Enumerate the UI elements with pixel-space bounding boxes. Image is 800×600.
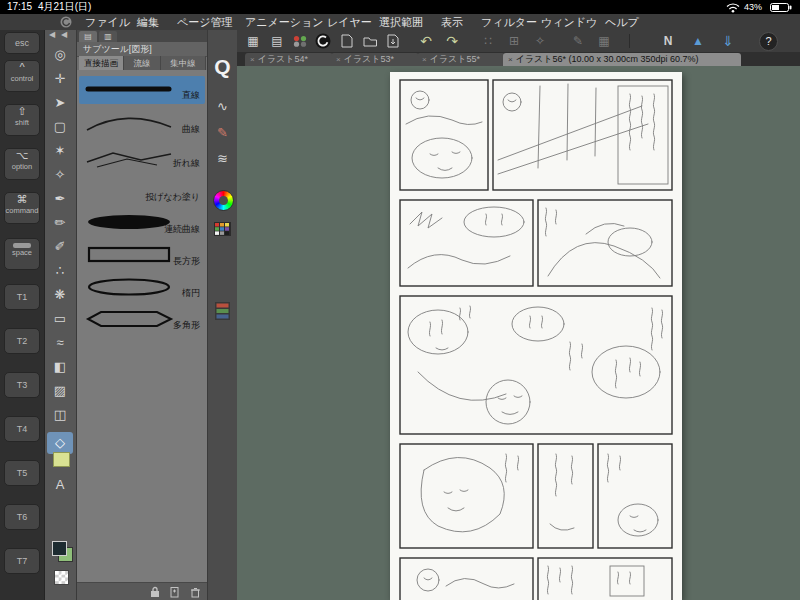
collapse-left-icon[interactable]: ◀: [49, 30, 55, 39]
curve-preview-icon: [83, 113, 175, 135]
subtool-tab-stream-lines[interactable]: 流線: [124, 56, 161, 70]
save-icon[interactable]: [387, 34, 399, 48]
clip-studio-logo-icon[interactable]: [60, 16, 72, 28]
symmetry-ruler-icon[interactable]: ▲: [687, 31, 709, 51]
snap-special-icon[interactable]: ⊞: [503, 31, 525, 51]
move-tool-icon[interactable]: ✛: [47, 68, 73, 90]
subtool-minitab-2[interactable]: ▥: [99, 31, 117, 42]
canvas-toolbar: ▦ ▤ ↶ ↷ ∷ ⊞ ✧ ✎ ▦ N ▲ ⇓ ?: [237, 30, 800, 53]
menu-edit[interactable]: 編集: [128, 14, 168, 30]
subtool-item-polyline[interactable]: 折れ線: [79, 144, 205, 172]
color-wheel-icon[interactable]: [213, 190, 234, 211]
frame-tool-icon[interactable]: ◫: [47, 404, 73, 426]
grid-toggle-icon[interactable]: ▦: [593, 31, 615, 51]
tab-close-icon[interactable]: ×: [250, 55, 255, 64]
subtool-tab-direct-draw[interactable]: 直接描画: [79, 56, 124, 70]
command-key[interactable]: ⌘ command: [4, 192, 40, 224]
straight-line-preview-icon: [83, 79, 175, 99]
ruler-n-icon[interactable]: N: [657, 31, 679, 51]
subtool-minitab-1[interactable]: ▤: [79, 31, 97, 42]
eraser-tool-icon[interactable]: ▭: [47, 308, 73, 330]
quick-access-icon[interactable]: Q: [210, 52, 235, 82]
vector-pen-icon[interactable]: ✎: [567, 31, 589, 51]
menu-help[interactable]: ヘルプ: [596, 14, 648, 30]
transparent-color-chip[interactable]: [54, 570, 69, 585]
t6-key[interactable]: T6: [4, 504, 40, 530]
clip-studio-button-icon[interactable]: [315, 33, 331, 49]
workspace-icon[interactable]: ▦: [242, 31, 264, 51]
canvas-viewport[interactable]: [237, 66, 800, 600]
object-tool-icon[interactable]: ➤: [47, 92, 73, 114]
snap-ruler-icon[interactable]: ∷: [477, 31, 499, 51]
shift-key[interactable]: ⇧ shift: [4, 104, 40, 136]
tab-illust55[interactable]: ×イラスト55*: [417, 53, 505, 66]
airbrush-tool-icon[interactable]: ∴: [47, 260, 73, 282]
open-folder-icon[interactable]: [363, 35, 378, 47]
menu-page-manage[interactable]: ページ管理: [168, 14, 242, 30]
tab-illust54[interactable]: ×イラスト54*: [245, 53, 333, 66]
trash-icon[interactable]: [189, 586, 201, 598]
menu-selection[interactable]: 選択範囲: [370, 14, 432, 30]
main-color-chip[interactable]: [52, 541, 67, 556]
tool-palette: ◀ ◀ ◎ ✛ ➤ ▢ ✶ ✧ ✒ ✏ ✐ ∴ ❋ ▭ ≈ ◧ ▨ ◫ ◇ A: [45, 30, 77, 600]
snap-grid-icon[interactable]: ✧: [529, 31, 551, 51]
pen-tool-icon[interactable]: ✒: [47, 188, 73, 210]
t4-key[interactable]: T4: [4, 416, 40, 442]
t1-key[interactable]: T1: [4, 284, 40, 310]
space-key[interactable]: space: [4, 238, 40, 270]
menu-view[interactable]: 表示: [432, 14, 472, 30]
text-tool-icon[interactable]: A: [47, 474, 73, 496]
selection-tool-icon[interactable]: ▢: [47, 116, 73, 138]
t7-key[interactable]: T7: [4, 548, 40, 574]
memo-tool-icon[interactable]: [53, 452, 70, 467]
new-subtool-icon[interactable]: [169, 586, 181, 598]
subtool-item-rectangle[interactable]: 長方形: [79, 242, 205, 270]
perspective-down-icon[interactable]: ⇓: [717, 31, 739, 51]
pencil-tool-icon[interactable]: ✏: [47, 212, 73, 234]
esc-key[interactable]: esc: [4, 32, 40, 54]
t2-key[interactable]: T2: [4, 328, 40, 354]
decoration-tool-icon[interactable]: ❋: [47, 284, 73, 306]
subtool-detail-icon[interactable]: ✎: [210, 122, 235, 144]
subtool-tab-focus-lines[interactable]: 集中線: [161, 56, 206, 70]
new-canvas-icon[interactable]: [341, 34, 353, 48]
undo-icon[interactable]: ↶: [415, 31, 437, 51]
redo-icon[interactable]: ↷: [441, 31, 463, 51]
app-window: 17:15 4月21日(日) 43% ファイル 編集 ページ管理 アニメーション…: [0, 0, 800, 600]
zoom-tool-icon[interactable]: ◎: [47, 44, 73, 66]
color-dots-icon[interactable]: [293, 35, 307, 47]
subtool-item-ellipse[interactable]: 楕円: [79, 274, 205, 302]
tab-close-icon[interactable]: ×: [422, 55, 427, 64]
help-button[interactable]: ?: [759, 32, 778, 51]
option-key[interactable]: ⌥ option: [4, 148, 40, 180]
t5-key[interactable]: T5: [4, 460, 40, 486]
gradient-tool-icon[interactable]: ▨: [47, 380, 73, 402]
tab-illust56-active[interactable]: ×イラスト56* (10.00 x 30.00cm 350dpi 60.7%): [503, 53, 741, 66]
t3-key[interactable]: T3: [4, 372, 40, 398]
subtool-item-polygon[interactable]: 多角形: [79, 306, 205, 334]
blend-tool-icon[interactable]: ≈: [47, 332, 73, 354]
layer-lines-icon[interactable]: ≋: [210, 148, 235, 170]
color-set-icon[interactable]: [214, 222, 231, 236]
panel-layout-icon[interactable]: ▤: [266, 31, 288, 51]
brush-size-icon[interactable]: ∿: [210, 96, 235, 118]
tab-close-icon[interactable]: ×: [336, 55, 341, 64]
fill-tool-icon[interactable]: ◧: [47, 356, 73, 378]
lock-icon[interactable]: [149, 586, 161, 598]
subtool-item-continuous-curve[interactable]: 連続曲線: [79, 210, 205, 238]
subtool-item-lasso-fill[interactable]: 投げなわ塗り: [79, 178, 205, 206]
eyedropper-tool-icon[interactable]: ✧: [47, 164, 73, 186]
tab-close-icon[interactable]: ×: [508, 55, 513, 64]
figure-tool-icon[interactable]: ◇: [47, 432, 73, 454]
subtool-item-straight-line[interactable]: 直線: [79, 76, 205, 104]
control-key[interactable]: ^ control: [4, 60, 40, 92]
subtool-item-curve[interactable]: 曲線: [79, 110, 205, 138]
brush-tool-icon[interactable]: ✐: [47, 236, 73, 258]
tab-illust53[interactable]: ×イラスト53*: [331, 53, 419, 66]
subtool-panel-title: サブツール[図形]: [77, 42, 207, 57]
collapse-right-icon[interactable]: ◀: [61, 30, 67, 39]
canvas-page[interactable]: [390, 72, 682, 600]
color-history-icon[interactable]: [215, 302, 230, 320]
storyboard-sketch: [390, 72, 682, 600]
auto-select-tool-icon[interactable]: ✶: [47, 140, 73, 162]
